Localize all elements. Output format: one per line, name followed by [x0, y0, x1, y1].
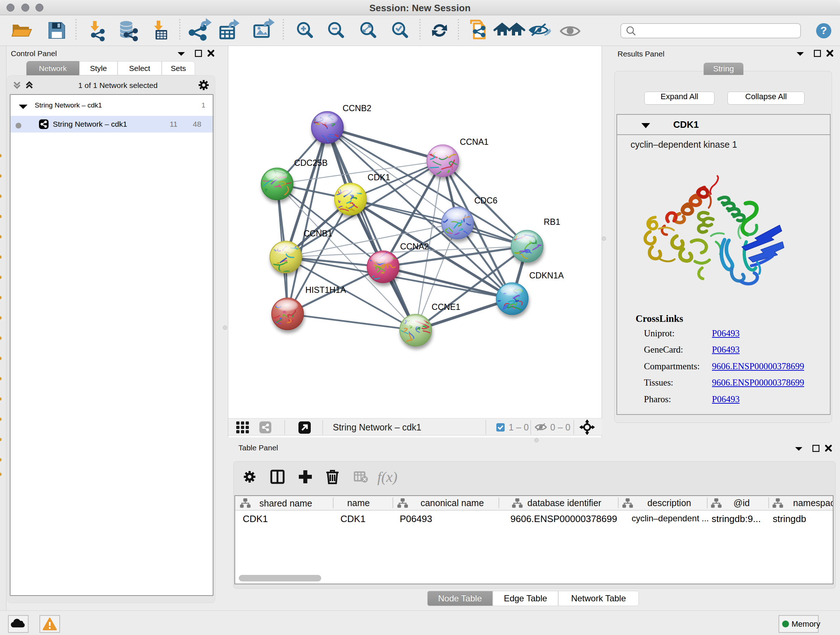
svg-text:1 of 1 Network selected: 1 of 1 Network selected [78, 81, 157, 89]
svg-text:CDC6: CDC6 [474, 196, 497, 205]
svg-text:CDKN1A: CDKN1A [529, 271, 564, 280]
svg-text:CDK1: CDK1 [368, 173, 390, 182]
svg-text:canonical name: canonical name [420, 498, 484, 508]
svg-text:CCNA2: CCNA2 [400, 242, 429, 251]
svg-text:@id: @id [734, 498, 750, 508]
svg-text:database identifier: database identifier [527, 498, 601, 508]
svg-text:shared name: shared name [259, 498, 312, 508]
svg-text:CCNE1: CCNE1 [431, 302, 461, 312]
svg-text:RB1: RB1 [544, 217, 561, 226]
svg-text:CDC25B: CDC25B [294, 158, 328, 168]
svg-text:CCNA1: CCNA1 [460, 137, 489, 147]
svg-text:namespac: namespac [793, 498, 833, 508]
svg-text:description: description [647, 498, 691, 508]
svg-text:String Network – cdk1: String Network – cdk1 [333, 422, 422, 432]
svg-text:name: name [347, 498, 370, 508]
svg-text:CCNB1: CCNB1 [303, 229, 332, 238]
svg-text:1 – 0: 1 – 0 [508, 422, 529, 432]
svg-text:f(x): f(x) [377, 469, 398, 485]
svg-text:0 – 0: 0 – 0 [550, 422, 570, 432]
svg-text:?: ? [821, 24, 827, 36]
svg-text:HIST1H1A: HIST1H1A [305, 285, 346, 295]
svg-text:CCNB2: CCNB2 [343, 103, 371, 113]
